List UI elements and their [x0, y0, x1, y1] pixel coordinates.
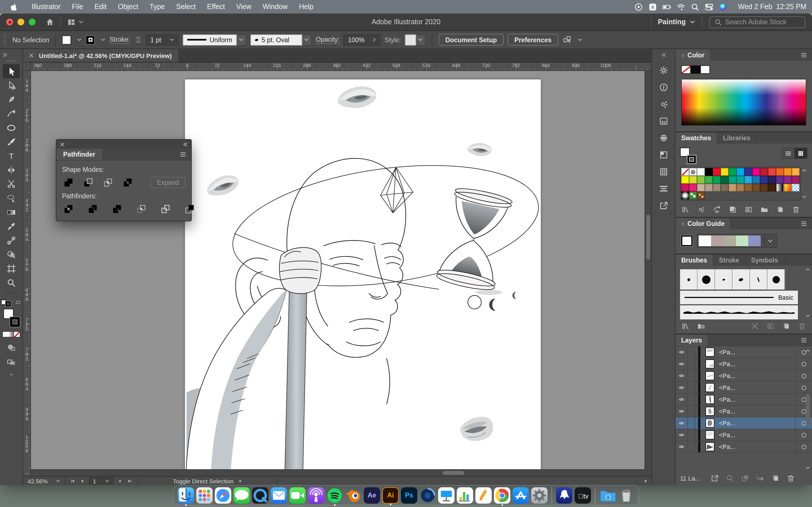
- ruler-origin[interactable]: [23, 62, 31, 70]
- collapsed-panel-button[interactable]: [656, 131, 671, 145]
- shape-mode-button[interactable]: [121, 177, 134, 188]
- new-layer-icon[interactable]: [771, 474, 780, 482]
- layer-row[interactable]: <Pa...: [675, 382, 812, 394]
- layer-row[interactable]: <Pa...: [675, 441, 812, 453]
- lock-toggle[interactable]: [688, 417, 695, 429]
- brush[interactable]: [750, 269, 767, 290]
- fill-stroke-indicator[interactable]: [3, 309, 20, 327]
- tool-button[interactable]: [3, 107, 20, 121]
- last-artboard-icon[interactable]: [127, 478, 133, 483]
- menu-item[interactable]: Object: [112, 3, 144, 11]
- lock-toggle[interactable]: [688, 346, 695, 358]
- lock-toggle[interactable]: [688, 394, 695, 405]
- layer-row[interactable]: <Pa...: [675, 358, 812, 370]
- white-swatch[interactable]: [700, 65, 710, 74]
- vertical-ruler[interactable]: 1442162883604325045766487207928649361008: [23, 71, 31, 476]
- edit-colors-icon[interactable]: [781, 236, 792, 246]
- visibility-toggle[interactable]: [675, 382, 688, 393]
- swatch[interactable]: [689, 176, 697, 184]
- visibility-toggle[interactable]: [675, 441, 688, 452]
- basic-brush[interactable]: Basic: [680, 291, 798, 304]
- swatch[interactable]: [713, 184, 721, 191]
- menu-item[interactable]: Edit: [89, 3, 112, 11]
- document-setup-button[interactable]: Document Setup: [439, 34, 504, 46]
- scroll-down-icon[interactable]: [802, 194, 807, 200]
- opacity-field[interactable]: 100%: [343, 34, 380, 45]
- visibility-toggle[interactable]: [675, 346, 688, 358]
- swatch[interactable]: [768, 184, 776, 191]
- swatch-footer-button[interactable]: [776, 206, 784, 214]
- menu-item[interactable]: View: [231, 3, 257, 11]
- dock-app[interactable]: [345, 487, 361, 503]
- swatch[interactable]: [689, 184, 697, 191]
- preferences-button[interactable]: Preferences: [507, 34, 558, 46]
- swatch[interactable]: [784, 176, 792, 184]
- apple-menu-icon[interactable]: [10, 3, 18, 11]
- dock-app[interactable]: [289, 487, 306, 503]
- chevron-down-icon[interactable]: [79, 19, 84, 25]
- scrollbar-thumb[interactable]: [806, 393, 810, 425]
- swatch[interactable]: [697, 184, 705, 191]
- swatch[interactable]: [768, 168, 776, 176]
- shape-mode-button[interactable]: [82, 177, 94, 188]
- menubar-clock[interactable]: Wed 2 Feb 12:25 PM: [738, 3, 806, 11]
- home-icon[interactable]: [46, 18, 54, 26]
- color-panel-tab[interactable]: ◇Color: [675, 50, 711, 61]
- panel-tab[interactable]: Stroke: [713, 255, 746, 266]
- layer-row[interactable]: <Pa...: [675, 370, 812, 382]
- dock-app[interactable]: [552, 487, 552, 504]
- horizontal-scrollbar[interactable]: [31, 469, 645, 476]
- status-icon[interactable]: [634, 3, 643, 11]
- swatch-footer-button[interactable]: [681, 206, 690, 214]
- brush[interactable]: [732, 269, 750, 290]
- lock-toggle[interactable]: [688, 382, 695, 393]
- status-hint[interactable]: Toggle Direct Selection: [137, 476, 278, 485]
- panel-tab[interactable]: Swatches: [675, 132, 717, 144]
- swatch-footer-button[interactable]: [744, 206, 753, 214]
- dock-app[interactable]: [438, 487, 455, 503]
- swatch[interactable]: [776, 176, 784, 184]
- collapsed-panel-button[interactable]: [656, 114, 671, 128]
- dock-app[interactable]: Ps: [401, 487, 417, 503]
- layers-tab[interactable]: Layers: [675, 335, 708, 346]
- visibility-toggle[interactable]: [675, 358, 688, 370]
- charcoal-brush[interactable]: [680, 305, 798, 320]
- visibility-toggle[interactable]: [675, 429, 688, 441]
- dock-app[interactable]: Ae: [364, 487, 380, 503]
- swatch[interactable]: [697, 168, 705, 176]
- menu-item[interactable]: Help: [293, 3, 319, 11]
- screen-mode-icon[interactable]: [6, 358, 17, 367]
- dock-app[interactable]: [618, 487, 635, 503]
- swatch[interactable]: [681, 191, 689, 200]
- collapsed-panel-button[interactable]: [656, 148, 671, 162]
- shape-mode-button[interactable]: [62, 177, 74, 188]
- layer-name[interactable]: <Pa...: [719, 384, 735, 391]
- panel-tab[interactable]: Symbols: [746, 255, 784, 266]
- swatch[interactable]: [737, 176, 744, 184]
- visibility-toggle[interactable]: [675, 370, 688, 381]
- visibility-toggle[interactable]: [675, 417, 688, 429]
- lock-toggle[interactable]: [688, 441, 695, 452]
- panel-tab[interactable]: Brushes: [675, 255, 713, 266]
- document-tab[interactable]: Untitled-1.ai* @ 42.56% (CMYK/GPU Previe…: [23, 49, 179, 62]
- artboard-number-select[interactable]: 1: [89, 477, 114, 485]
- dock-app[interactable]: [599, 487, 616, 503]
- artboard[interactable]: [185, 79, 541, 474]
- dock-app[interactable]: [595, 487, 596, 504]
- swatch[interactable]: [752, 176, 760, 184]
- status-icon[interactable]: [662, 3, 671, 11]
- swatch[interactable]: [744, 168, 752, 176]
- layer-name[interactable]: <Pa...: [719, 408, 735, 414]
- tool-button[interactable]: [3, 262, 20, 276]
- swatch[interactable]: [792, 176, 800, 184]
- layer-name[interactable]: <Pa...: [719, 432, 735, 438]
- swatch[interactable]: [760, 176, 768, 184]
- swatch[interactable]: [752, 168, 760, 176]
- swatch[interactable]: [713, 168, 721, 176]
- chevron-down-icon[interactable]: [100, 37, 105, 42]
- pathfinder-button[interactable]: [110, 203, 123, 214]
- fill-stroke-indicator[interactable]: [680, 148, 697, 163]
- swatch[interactable]: [792, 184, 800, 191]
- opacity-label[interactable]: Opacity:: [316, 36, 340, 44]
- status-icon[interactable]: [719, 3, 727, 11]
